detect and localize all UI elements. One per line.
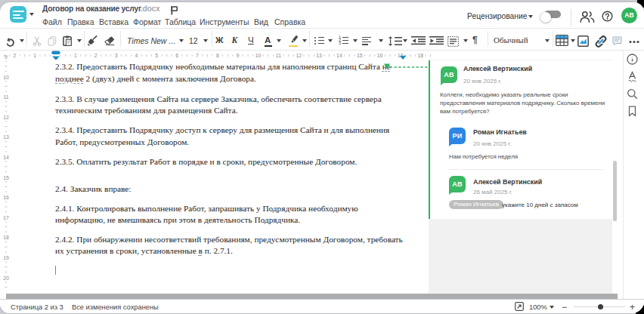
svg-text:18: 18 (3, 235, 9, 240)
svg-text:16: 16 (377, 53, 383, 58)
svg-text:11: 11 (3, 94, 8, 100)
svg-text:19: 19 (3, 255, 9, 260)
svg-text:10: 10 (255, 53, 262, 58)
svg-text:1: 1 (33, 53, 36, 58)
svg-text:12: 12 (296, 53, 302, 58)
svg-text:6: 6 (175, 53, 178, 58)
svg-text:13: 13 (3, 134, 9, 140)
svg-text:14: 14 (336, 53, 342, 58)
svg-text:15: 15 (3, 175, 9, 180)
svg-text:5: 5 (155, 53, 158, 58)
svg-text:9: 9 (237, 53, 240, 58)
svg-text:11: 11 (276, 53, 281, 58)
svg-text:2: 2 (13, 53, 16, 58)
svg-text:9: 9 (5, 54, 8, 60)
svg-text:12: 12 (3, 115, 9, 120)
svg-text:16: 16 (3, 195, 9, 200)
svg-text:2: 2 (94, 53, 98, 58)
svg-text:15: 15 (357, 53, 363, 58)
svg-text:18: 18 (418, 53, 424, 58)
svg-text:13: 13 (316, 53, 322, 58)
svg-text:10: 10 (3, 75, 9, 80)
svg-text:8: 8 (216, 53, 219, 58)
svg-text:14: 14 (3, 155, 9, 160)
svg-text:17: 17 (3, 215, 9, 220)
svg-text:20: 20 (3, 276, 9, 281)
svg-text:4: 4 (135, 53, 138, 58)
svg-text:3: 3 (115, 53, 118, 58)
svg-text:1: 1 (74, 53, 77, 58)
svg-text:7: 7 (196, 53, 199, 58)
